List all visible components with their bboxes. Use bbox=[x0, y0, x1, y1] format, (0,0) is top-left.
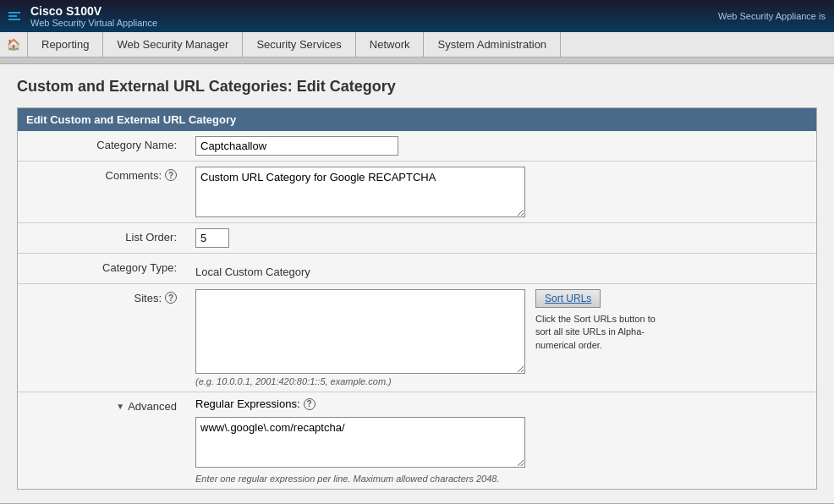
advanced-toggle[interactable]: ▼ Advanced bbox=[116, 400, 177, 413]
category-name-label: Category Name: bbox=[18, 131, 187, 161]
comments-row: Comments: ? Custom URL Category for Goog… bbox=[18, 162, 816, 223]
nav-item-reporting[interactable]: Reporting bbox=[28, 32, 103, 58]
list-order-input[interactable] bbox=[195, 228, 229, 248]
sites-row: Sites: ? (e.g. 10.0.0.1, 2001:420:80:1::… bbox=[18, 284, 816, 392]
comments-field: Custom URL Category for Google RECAPTCHA bbox=[187, 162, 816, 222]
nav-item-system-administration[interactable]: System Administration bbox=[424, 32, 561, 58]
comments-help-icon[interactable]: ? bbox=[165, 169, 177, 181]
divider-bar bbox=[0, 58, 834, 64]
regex-help-icon[interactable]: ? bbox=[304, 398, 315, 410]
sites-label: Sites: ? bbox=[18, 284, 187, 392]
product-title: Cisco S100V bbox=[30, 4, 157, 18]
form-section-header: Edit Custom and External URL Category bbox=[18, 108, 816, 131]
form-section: Edit Custom and External URL Category Ca… bbox=[17, 107, 817, 490]
advanced-label: ▼ Advanced bbox=[18, 392, 187, 489]
nav-item-web-security-manager[interactable]: Web Security Manager bbox=[103, 32, 243, 58]
sort-help-text: Click the Sort URLs button to sort all s… bbox=[535, 313, 662, 352]
page-title: Custom and External URL Categories: Edit… bbox=[17, 78, 817, 96]
nav-bar: 🏠 Reporting Web Security Manager Securit… bbox=[0, 32, 834, 58]
list-order-row: List Order: bbox=[18, 223, 816, 254]
sites-field-row: (e.g. 10.0.0.1, 2001:420:80:1::5, exampl… bbox=[195, 289, 808, 386]
advanced-field: Regular Expressions: ? www\.google\.com/… bbox=[187, 392, 816, 489]
category-type-field: Local Custom Category bbox=[187, 254, 816, 283]
category-type-value: Local Custom Category bbox=[195, 259, 310, 278]
nav-item-network[interactable]: Network bbox=[356, 32, 425, 58]
category-name-field bbox=[187, 131, 816, 161]
regex-textarea[interactable]: www\.google\.com/recaptcha/ bbox=[195, 417, 525, 468]
list-order-field bbox=[187, 223, 816, 253]
sort-urls-button[interactable]: Sort URLs bbox=[535, 289, 601, 308]
comments-label: Comments: ? bbox=[18, 162, 187, 222]
sites-textarea-container: (e.g. 10.0.0.1, 2001:420:80:1::5, exampl… bbox=[195, 289, 525, 386]
sites-help-icon[interactable]: ? bbox=[165, 292, 177, 304]
comments-textarea[interactable]: Custom URL Category for Google RECAPTCHA bbox=[195, 167, 525, 217]
regex-label-container: Regular Expressions: ? bbox=[195, 397, 315, 410]
list-order-label: List Order: bbox=[18, 223, 187, 253]
category-type-row: Category Type: Local Custom Category bbox=[18, 254, 816, 284]
nav-item-security-services[interactable]: Security Services bbox=[243, 32, 355, 58]
category-type-label: Category Type: bbox=[18, 254, 187, 283]
sites-hint: (e.g. 10.0.0.1, 2001:420:80:1::5, exampl… bbox=[195, 376, 525, 386]
sites-textarea[interactable] bbox=[195, 289, 525, 374]
header-right-text: Web Security Appliance is bbox=[718, 11, 826, 21]
nav-home-button[interactable]: 🏠 bbox=[0, 32, 28, 58]
advanced-arrow-icon: ▼ bbox=[116, 402, 124, 411]
logo-text: Cisco S100V Web Security Virtual Applian… bbox=[30, 4, 157, 28]
cisco-bars-icon bbox=[8, 12, 20, 20]
advanced-row: ▼ Advanced Regular Expressions: ? www\.g… bbox=[18, 392, 816, 489]
top-header: Cisco S100V Web Security Virtual Applian… bbox=[0, 0, 834, 32]
logo-area: Cisco S100V Web Security Virtual Applian… bbox=[8, 4, 157, 28]
sort-urls-container: Sort URLs Click the Sort URLs button to … bbox=[535, 289, 662, 352]
product-subtitle: Web Security Virtual Appliance bbox=[30, 18, 157, 28]
category-name-input[interactable] bbox=[195, 136, 398, 156]
regex-label-text: Regular Expressions: bbox=[195, 397, 300, 410]
regex-hint: Enter one regular expression per line. M… bbox=[195, 474, 500, 484]
main-content: Custom and External URL Categories: Edit… bbox=[0, 64, 834, 503]
sites-field: (e.g. 10.0.0.1, 2001:420:80:1::5, exampl… bbox=[187, 284, 816, 392]
category-name-row: Category Name: bbox=[18, 131, 816, 162]
advanced-toggle-label: Advanced bbox=[128, 400, 177, 413]
